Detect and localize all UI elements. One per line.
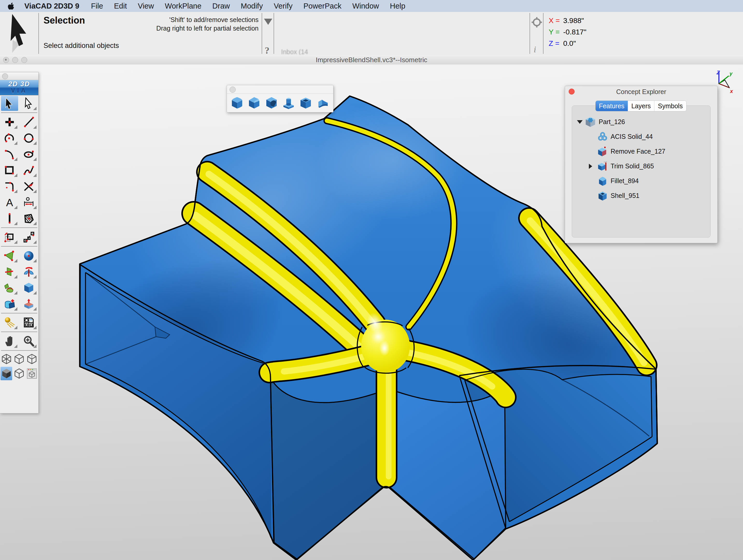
chamfer-cube-icon[interactable]: [248, 96, 261, 110]
info-icon[interactable]: i: [534, 45, 536, 54]
modify-palette-title-strip[interactable]: [227, 85, 333, 94]
menu-item-verify[interactable]: Verify: [268, 2, 298, 10]
tree-item-shell[interactable]: Shell_951: [575, 188, 712, 203]
tool-zoom[interactable]: [20, 334, 37, 349]
menu-item-modify[interactable]: Modify: [235, 2, 268, 10]
tool-spline[interactable]: [20, 163, 37, 178]
tool-push-face[interactable]: [20, 296, 37, 311]
tool-trim[interactable]: [20, 179, 37, 194]
tool-point[interactable]: [1, 115, 18, 130]
arc-icon: [4, 132, 15, 144]
menu-item-appname[interactable]: ViaCAD 2D3D 9: [21, 2, 86, 10]
tool-blend-surface[interactable]: [1, 280, 18, 295]
tool-array-on-curve[interactable]: [20, 229, 37, 245]
viewport-3d[interactable]: Z y x 2D 3D VIA: [0, 64, 743, 560]
tool-corner-fillet[interactable]: [1, 179, 18, 194]
tree-item-trim-solid[interactable]: Trim Solid_865: [575, 159, 712, 174]
view-mode-render-window[interactable]: [26, 367, 38, 380]
tool-drawing-layout[interactable]: [20, 315, 37, 330]
draft-boss-icon[interactable]: [282, 96, 295, 110]
coord-z-label: Z =: [549, 38, 563, 49]
disclosure-triangle-right-icon[interactable]: [589, 164, 592, 169]
tool-transform[interactable]: [1, 229, 18, 245]
menu-item-file[interactable]: File: [86, 2, 108, 10]
background-window-text: Inbox (14: [281, 48, 308, 56]
axis-triad: Z y x: [714, 70, 740, 96]
tool-revolve[interactable]: [20, 264, 37, 279]
axis-z-label: Z: [716, 70, 720, 75]
tool-dimension[interactable]: [20, 195, 37, 210]
menu-item-window[interactable]: Window: [347, 2, 385, 10]
tool-segment[interactable]: [1, 211, 18, 226]
dimension-icon: [23, 197, 35, 208]
menu-item-powerpack[interactable]: PowerPack: [298, 2, 347, 10]
corner-fillet-icon: [4, 180, 15, 192]
palette-close-button[interactable]: [2, 73, 8, 79]
menu-item-view[interactable]: View: [132, 2, 159, 10]
tab-features[interactable]: Features: [596, 101, 628, 111]
tool-hatch[interactable]: [20, 211, 37, 226]
blend-cube-icon[interactable]: [265, 96, 278, 110]
crosshair-icon[interactable]: [531, 16, 542, 29]
tool-boolean[interactable]: [1, 296, 18, 311]
triangle-down-icon[interactable]: [264, 19, 272, 25]
menu-item-workplane[interactable]: WorkPlane: [159, 2, 207, 10]
fillet-cube-icon[interactable]: [230, 96, 244, 110]
shell-box-icon[interactable]: [299, 96, 312, 110]
push-face-icon: [23, 298, 35, 310]
bend-sheet-icon[interactable]: [316, 96, 330, 110]
tree-item-label: Shell_951: [611, 192, 639, 200]
coord-z-value: 0.0": [563, 39, 576, 47]
tab-layers[interactable]: Layers: [628, 101, 654, 111]
view-mode-shaded[interactable]: [1, 367, 12, 380]
select-cursor-icon: [4, 97, 15, 109]
tool-circle[interactable]: [20, 131, 37, 145]
tree-item-acis-solid[interactable]: ACIS Solid_44: [575, 129, 712, 144]
document-title-bar[interactable]: ImpressiveBlendShell.vc3*--Isometric: [0, 55, 743, 65]
cursor-arrow-icon: [5, 12, 33, 54]
tool-select-open[interactable]: [20, 96, 37, 111]
wireframe-cube-xray-icon: [2, 354, 11, 364]
apple-icon[interactable]: [0, 2, 21, 10]
tool-text[interactable]: A: [1, 195, 18, 210]
menu-item-draw[interactable]: Draw: [207, 2, 235, 10]
tool-extrude-surface[interactable]: [1, 264, 18, 279]
disclosure-triangle-down-icon[interactable]: [577, 120, 583, 124]
tool-hints: 'Shift' to add/remove selections Drag ri…: [135, 15, 259, 33]
tree-item-fillet[interactable]: Fillet_894: [575, 174, 712, 188]
view-mode-wireframe[interactable]: [13, 352, 25, 366]
tool-ellipse[interactable]: [20, 146, 37, 162]
tab-symbols[interactable]: Symbols: [654, 101, 686, 111]
tool-solid-cube[interactable]: [20, 280, 37, 295]
tree-item-part[interactable]: Part_126: [575, 115, 712, 129]
help-button[interactable]: ?: [265, 45, 269, 56]
tool-render-light[interactable]: [1, 315, 18, 330]
drawing-tool-palette: 2D 3D VIA: [0, 72, 39, 414]
menu-item-edit[interactable]: Edit: [108, 2, 132, 10]
tool-rectangle[interactable]: [1, 163, 18, 178]
tool-arc[interactable]: [1, 131, 18, 145]
open-cursor-icon: [23, 97, 35, 109]
view-mode-wireframe-all[interactable]: [1, 352, 12, 366]
ellipse-icon: [23, 148, 35, 160]
tool-line[interactable]: [20, 115, 37, 130]
view-mode-wireframe-open[interactable]: [13, 367, 25, 380]
tool-select[interactable]: [1, 96, 18, 111]
menu-item-help[interactable]: Help: [385, 2, 411, 10]
tool-pan[interactable]: [1, 334, 18, 349]
array-on-curve-icon: [23, 231, 35, 243]
via-logo: 2D 3D VIA: [0, 80, 38, 95]
tool-curve[interactable]: [1, 146, 18, 162]
hint-line-1: 'Shift' to add/remove selections: [135, 15, 259, 24]
modify-palette-close-button[interactable]: [229, 87, 236, 93]
tree-item-remove-face[interactable]: Remove Face_127: [575, 144, 712, 159]
palette-title-strip[interactable]: [0, 72, 38, 80]
view-mode-wireframe-back[interactable]: [26, 352, 38, 366]
extrude-surface-icon: [4, 266, 15, 278]
tree-item-label: Trim Solid_865: [611, 162, 654, 170]
acis-knot-icon: [598, 132, 608, 142]
palette-separator: [1, 332, 37, 332]
tool-surface-triangle[interactable]: [1, 248, 18, 263]
feature-tree: Part_126 ACIS Solid_44: [575, 115, 712, 203]
tool-sphere[interactable]: [20, 248, 37, 263]
